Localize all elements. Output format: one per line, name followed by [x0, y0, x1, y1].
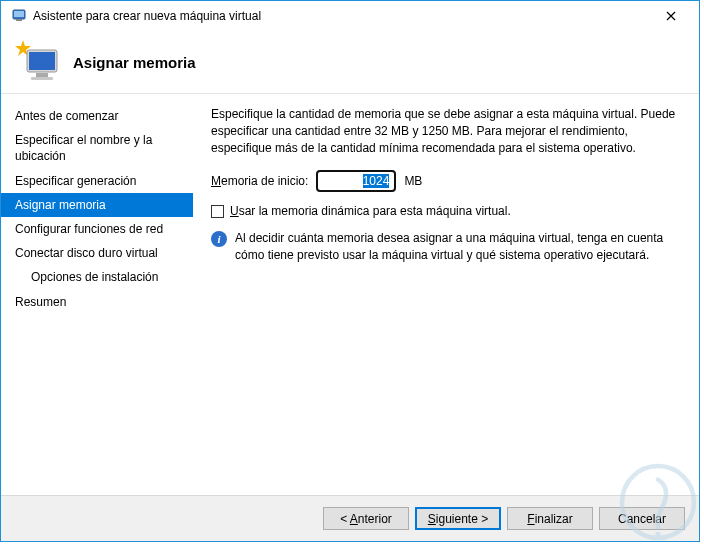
wizard-sidebar: Antes de comenzar Especificar el nombre … — [1, 94, 193, 493]
next-button[interactable]: Siguiente > — [415, 507, 501, 530]
wizard-icon — [13, 38, 61, 86]
svg-rect-7 — [31, 77, 53, 80]
memory-field-row: Memoria de inicio: MB — [211, 170, 681, 192]
memory-label: Memoria de inicio: — [211, 174, 308, 188]
wizard-window: Asistente para crear nueva máquina virtu… — [0, 0, 700, 542]
window-title: Asistente para crear nueva máquina virtu… — [33, 9, 261, 23]
wizard-header: Asignar memoria — [1, 31, 699, 93]
sidebar-item-virtual-disk[interactable]: Conectar disco duro virtual — [1, 241, 193, 265]
dynamic-memory-label: Usar la memoria dinámica para esta máqui… — [230, 204, 511, 218]
wizard-content: Especifique la cantidad de memoria que s… — [193, 94, 699, 493]
sidebar-item-before-begin[interactable]: Antes de comenzar — [1, 104, 193, 128]
close-button[interactable] — [651, 2, 691, 30]
page-title: Asignar memoria — [73, 54, 196, 71]
svg-rect-1 — [14, 11, 24, 17]
memory-unit: MB — [404, 174, 422, 188]
info-icon: i — [211, 231, 227, 247]
sidebar-item-networking[interactable]: Configurar funciones de red — [1, 217, 193, 241]
titlebar: Asistente para crear nueva máquina virtu… — [1, 1, 699, 31]
info-row: i Al decidir cuánta memoria desea asigna… — [211, 230, 681, 264]
wizard-body: Antes de comenzar Especificar el nombre … — [1, 93, 699, 493]
sidebar-item-assign-memory[interactable]: Asignar memoria — [1, 193, 193, 217]
memory-input[interactable] — [316, 170, 396, 192]
sidebar-item-name-location[interactable]: Especificar el nombre y la ubicación — [1, 128, 193, 168]
cancel-button[interactable]: Cancelar — [599, 507, 685, 530]
previous-button[interactable]: < Anterior — [323, 507, 409, 530]
svg-rect-6 — [36, 73, 48, 77]
info-text: Al decidir cuánta memoria desea asignar … — [235, 230, 681, 264]
sidebar-item-generation[interactable]: Especificar generación — [1, 169, 193, 193]
description-text: Especifique la cantidad de memoria que s… — [211, 106, 681, 156]
sidebar-item-summary[interactable]: Resumen — [1, 290, 193, 314]
svg-rect-5 — [29, 52, 55, 70]
sidebar-item-install-options[interactable]: Opciones de instalación — [1, 265, 193, 289]
wizard-footer: < Anterior Siguiente > Finalizar Cancela… — [1, 495, 699, 541]
svg-rect-2 — [16, 19, 22, 21]
dynamic-memory-checkbox[interactable] — [211, 205, 224, 218]
finish-button[interactable]: Finalizar — [507, 507, 593, 530]
dynamic-memory-row: Usar la memoria dinámica para esta máqui… — [211, 204, 681, 218]
app-icon — [11, 7, 27, 26]
